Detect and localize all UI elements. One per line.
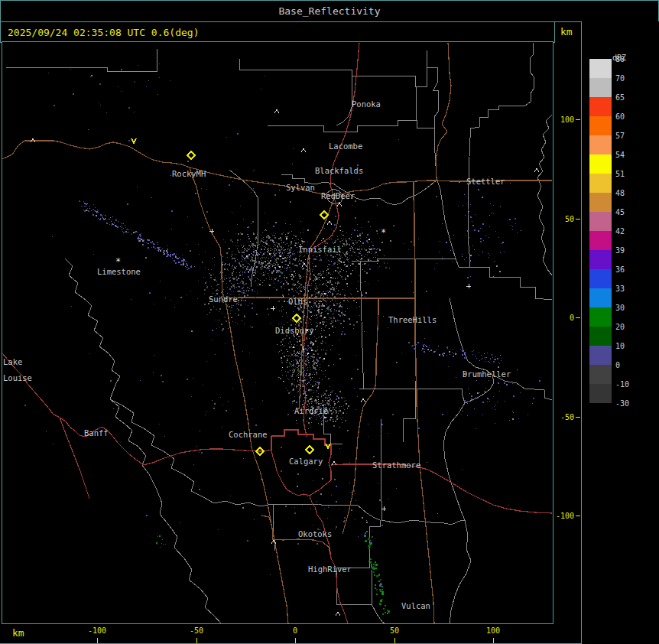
radar-map-svg[interactable]: PonokaLacombeBlackfaldsSylvanRedDeerStet… [2, 42, 553, 623]
city-label-blackfalds: Blackfalds [315, 166, 363, 175]
x-tick-mark [97, 638, 98, 643]
legend-swatch-36 [589, 269, 612, 288]
city-label-cochrane: Cochrane [229, 430, 268, 439]
city-label-banff: Banff [84, 428, 109, 437]
legend-swatch--10 [589, 384, 612, 403]
y-tick-label: 0 [570, 314, 574, 322]
reflectivity-color-scale: dBZ 807065605754514845423936333020100-10… [582, 21, 659, 644]
x-tick-label: -50 [190, 626, 203, 635]
y-tick-mark [576, 119, 580, 120]
legend-value: 20 [615, 323, 625, 331]
legend-swatch-10 [589, 346, 612, 365]
x-tick-label: 0 [293, 626, 297, 635]
legend-swatch-57 [589, 135, 612, 154]
legend-value: 42 [615, 227, 625, 236]
y-tick-mark [576, 516, 580, 516]
city-label-okotoks: Okotoks [298, 529, 332, 538]
y-tick-label: -100 [556, 512, 574, 520]
radar-app-window: Base_Reflectivity 2025/09/24 02:35:08 UT… [0, 0, 659, 644]
bottom-distance-axis: km -100-50050100 [0, 624, 555, 644]
legend-value: 60 [615, 112, 625, 121]
city-label-sundre: Sundre [209, 294, 238, 304]
legend-value: 54 [615, 151, 625, 159]
legend-swatch-60 [589, 116, 612, 135]
y-axis-unit-label: km [560, 26, 573, 37]
x-tick-label: 100 [486, 626, 500, 635]
legend-swatch-65 [589, 97, 612, 116]
right-distance-axis: 100500-50-100 [554, 41, 581, 624]
legend-value: 65 [615, 93, 625, 102]
legend-value: -10 [615, 380, 629, 389]
y-tick-label: 100 [560, 115, 574, 124]
city-label-strathmore: Strathmore [372, 460, 420, 470]
window-title: Base_Reflectivity [278, 5, 380, 17]
legend-value: 10 [615, 342, 625, 350]
x-tick-label: 50 [390, 626, 399, 635]
scan-timestamp: 2025/09/24 02:35:08 UTC 0.6(deg) [8, 27, 199, 38]
city-label-rockymh: RockyMH [172, 169, 206, 178]
legend-swatch-51 [589, 174, 612, 193]
y-tick-label: 50 [565, 215, 574, 223]
legend-value: 0 [615, 361, 620, 369]
legend-swatch-33 [589, 288, 612, 307]
y-tick-label: -50 [560, 413, 574, 421]
legend-swatch-30 [589, 307, 612, 327]
y-tick-mark [576, 219, 580, 220]
city-label-drumheller: Drumheller [463, 369, 511, 379]
city-label-didsbury: Didsbury [275, 326, 314, 335]
legend-value: -30 [615, 399, 629, 408]
city-label-stettler: Stettler [466, 177, 505, 186]
title-bar[interactable]: Base_Reflectivity [0, 0, 659, 22]
city-label-airdrie: Airdrie [294, 406, 328, 415]
city-label-limestone: Limestone [97, 267, 141, 276]
asterisk-marker-icon: * [115, 256, 121, 267]
x-tick-mark [196, 638, 197, 643]
city-label-lake: Lake [3, 357, 22, 366]
x-axis-unit-label: km [12, 627, 24, 639]
x-tick-mark [295, 638, 296, 643]
x-tick-mark [394, 638, 395, 643]
city-label-innisfail: Innisfail [298, 245, 342, 254]
x-tick-label: -100 [88, 626, 106, 635]
x-tick-mark [493, 638, 494, 643]
city-label-lacombe: Lacombe [329, 141, 362, 151]
city-label-louise: Louise [3, 373, 32, 382]
legend-value: 48 [615, 189, 625, 197]
city-label-calgary: Calgary [289, 457, 323, 466]
legend-swatch-42 [589, 231, 612, 250]
city-label-sylvan: Sylvan [286, 183, 315, 192]
city-label-ponoka: Ponoka [352, 99, 381, 109]
legend-value: 36 [615, 265, 625, 274]
legend-value: 45 [615, 208, 625, 216]
y-tick-mark [576, 317, 580, 318]
legend-value: 39 [615, 246, 625, 255]
legend-swatch-48 [589, 193, 612, 212]
asterisk-marker-icon: * [381, 227, 386, 238]
legend-value: 51 [615, 170, 625, 178]
legend-swatch-45 [589, 212, 612, 231]
legend-swatch-39 [589, 250, 612, 269]
radar-map-canvas[interactable]: PonokaLacombeBlackfaldsSylvanRedDeerStet… [2, 41, 553, 624]
city-label-olds: Olds [288, 297, 307, 306]
city-label-vulcan: Vulcan [401, 601, 430, 610]
legend-swatch-80 [589, 59, 612, 78]
status-row: 2025/09/24 02:35:08 UTC 0.6(deg) [0, 21, 555, 43]
city-label-threehills: ThreeHills [388, 315, 437, 324]
legend-value: 33 [615, 285, 625, 293]
legend-swatch-54 [589, 154, 612, 174]
city-label-reddeer: RedDeer [321, 191, 355, 200]
legend-swatch-20 [589, 327, 612, 346]
legend-value: 70 [615, 74, 625, 83]
y-tick-mark [576, 417, 580, 418]
legend-value: 30 [615, 304, 625, 312]
legend-swatch-0 [589, 365, 612, 384]
city-label-highriver: HighRiver [308, 564, 352, 574]
legend-swatch-70 [589, 78, 612, 97]
legend-value: 80 [615, 55, 625, 63]
legend-value: 57 [615, 132, 625, 140]
